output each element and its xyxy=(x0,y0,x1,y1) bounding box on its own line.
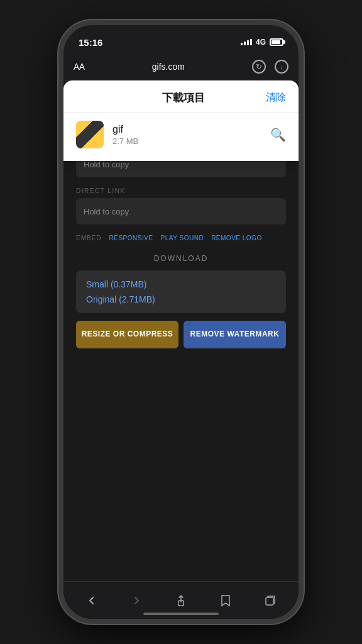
signal-bars xyxy=(241,39,252,45)
battery-icon xyxy=(270,38,283,46)
panel-header: 下載項目 清除 xyxy=(63,80,299,113)
hold-to-copy-2: Hold to copy xyxy=(84,207,129,216)
signal-bar-3 xyxy=(247,40,249,45)
original-option[interactable]: Original (2.71MB) xyxy=(86,294,276,304)
status-time: 15:16 xyxy=(79,37,102,48)
direct-link-field[interactable]: Hold to copy xyxy=(76,198,286,225)
download-options: Small (0.37MB) Original (2.71MB) xyxy=(76,270,286,313)
status-icons: 4G xyxy=(241,38,283,47)
tabs-icon xyxy=(264,594,277,607)
forward-icon xyxy=(131,595,142,606)
forward-button[interactable] xyxy=(123,587,150,614)
signal-bar-1 xyxy=(241,43,243,45)
phone-frame: 15:16 4G AA gifs.com ↻ ↓ MADE BY YOU xyxy=(58,20,304,624)
notch xyxy=(131,25,231,43)
gif-thumbnail xyxy=(76,121,104,148)
browser-bar: AA gifs.com ↻ ↓ xyxy=(63,53,299,80)
embed-row: EMBED RESPONSIVE PLAY SOUND REMOVE LOGO xyxy=(76,235,286,242)
search-icon[interactable]: 🔍 xyxy=(270,127,286,142)
browser-url[interactable]: gifs.com xyxy=(152,62,185,72)
battery-fill xyxy=(272,40,280,44)
gif-name: gif xyxy=(112,124,261,135)
gif-size: 2.7 MB xyxy=(112,136,261,146)
back-icon xyxy=(86,595,97,606)
action-buttons-row: RESIZE OR COMPRESS REMOVE WATERMARK xyxy=(76,321,286,348)
resize-compress-label: RESIZE OR COMPRESS xyxy=(82,330,173,340)
network-label: 4G xyxy=(256,38,266,47)
gif-info: gif 2.7 MB xyxy=(112,124,261,146)
download-panel: 下載項目 清除 gif 2.7 MB 🔍 xyxy=(63,80,299,161)
resize-compress-button[interactable]: RESIZE OR COMPRESS xyxy=(76,321,178,348)
download-icon[interactable]: ↓ xyxy=(275,60,288,74)
panel-clear-button[interactable]: 清除 xyxy=(266,91,286,104)
download-title: DOWNLOAD xyxy=(76,254,286,263)
browser-actions: ↻ ↓ xyxy=(252,60,288,74)
bookmarks-button[interactable] xyxy=(212,587,239,614)
bookmarks-icon xyxy=(220,594,231,607)
back-button[interactable] xyxy=(78,587,106,614)
download-section: DOWNLOAD Small (0.37MB) Original (2.71MB… xyxy=(76,254,286,348)
reload-icon[interactable]: ↻ xyxy=(252,60,266,74)
tabs-button[interactable] xyxy=(256,587,284,614)
responsive-link[interactable]: RESPONSIVE xyxy=(109,235,153,242)
svg-rect-1 xyxy=(266,597,273,605)
share-button[interactable] xyxy=(167,587,195,614)
panel-item: gif 2.7 MB 🔍 xyxy=(63,113,299,156)
play-sound-link[interactable]: PLAY SOUND xyxy=(161,235,204,242)
signal-bar-2 xyxy=(244,42,246,45)
signal-bar-4 xyxy=(250,39,252,45)
remove-watermark-button[interactable]: REMOVE WATERMARK xyxy=(184,321,286,348)
embed-label: EMBED xyxy=(76,235,102,242)
panel-title: 下載項目 xyxy=(101,91,266,105)
small-option[interactable]: Small (0.37MB) xyxy=(86,279,276,289)
browser-aa-button[interactable]: AA xyxy=(74,62,85,72)
content-area: MADE BY YOU f 𝕏 t P r ✉ OPTIMIZED LINK F… xyxy=(63,80,299,619)
share-icon xyxy=(175,594,187,607)
remove-logo-link[interactable]: REMOVE LOGO xyxy=(211,235,262,242)
home-indicator xyxy=(143,613,219,615)
direct-link-label: DIRECT LINK xyxy=(76,187,286,194)
hold-to-copy-1: Hold to copy xyxy=(84,160,129,169)
gif-thumb-inner xyxy=(76,121,104,148)
remove-watermark-label: REMOVE WATERMARK xyxy=(190,330,280,340)
